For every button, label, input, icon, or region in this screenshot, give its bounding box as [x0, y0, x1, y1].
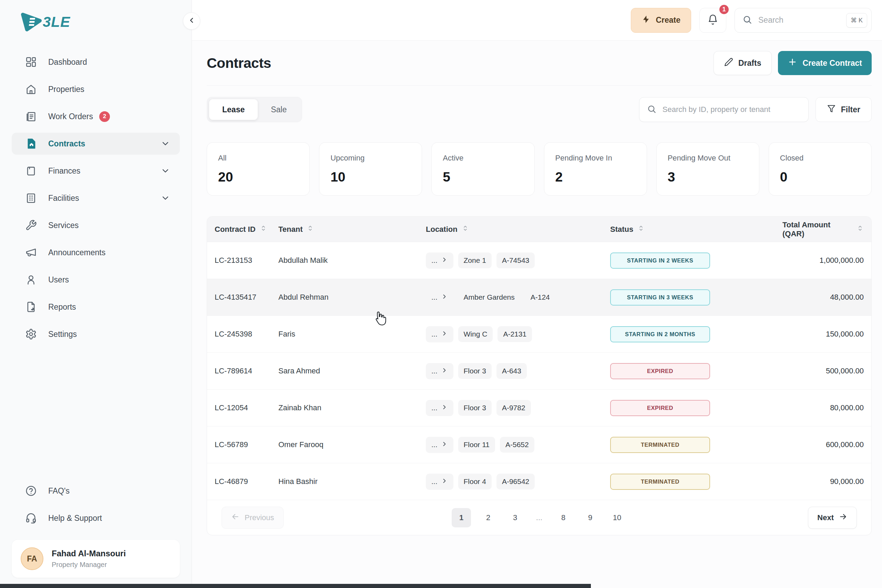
- stat-value: 2: [555, 170, 636, 184]
- create-button[interactable]: Create: [631, 8, 691, 33]
- stat-card-all[interactable]: All 20: [207, 142, 310, 196]
- column-header-total-amount-qar[interactable]: Total Amount (QAR): [782, 220, 864, 238]
- sidebar-item-contracts[interactable]: Contracts: [12, 133, 180, 154]
- sidebar-item-properties[interactable]: Properties: [12, 78, 180, 100]
- sidebar-item-label: Contracts: [48, 139, 85, 148]
- location-more-pill[interactable]: ...: [426, 437, 453, 453]
- location-name-pill[interactable]: Amber Gardens: [458, 290, 520, 305]
- location-unit-pill[interactable]: A-9782: [496, 400, 531, 416]
- page-button-9[interactable]: 9: [580, 508, 600, 527]
- sidebar-item-reports[interactable]: Reports: [12, 296, 180, 318]
- status-cell: STARTING IN 2 WEEKS: [610, 252, 782, 268]
- filter-button[interactable]: Filter: [816, 97, 872, 122]
- table-row[interactable]: LC-56789 Omer Farooq ... Floor 11 A-5652…: [207, 426, 872, 463]
- sidebar-item-label: Services: [48, 221, 78, 230]
- location-name-pill[interactable]: Floor 3: [458, 400, 492, 416]
- location-unit-pill[interactable]: A-74543: [496, 252, 535, 268]
- sidebar-item-help-support[interactable]: Help & Support: [12, 507, 180, 529]
- sidebar-item-users[interactable]: Users: [12, 268, 180, 291]
- table-row[interactable]: LC-12054 Zainab Khan ... Floor 3 A-9782 …: [207, 389, 872, 426]
- global-search-input[interactable]: [758, 15, 840, 25]
- location-name-pill[interactable]: Floor 11: [458, 437, 495, 453]
- sidebar: 3LE Dashboard Properties Work Orders 2 C…: [0, 0, 192, 588]
- location-name-pill[interactable]: Floor 4: [458, 474, 492, 489]
- location-unit-pill[interactable]: A-5652: [500, 437, 534, 453]
- ellipsis-label: ...: [431, 293, 438, 302]
- tab-sale[interactable]: Sale: [258, 99, 300, 120]
- column-header-tenant[interactable]: Tenant: [278, 225, 426, 234]
- table-row[interactable]: LC-245398 Faris ... Wing C A-2131 STARTI…: [207, 315, 872, 352]
- sidebar-item-services[interactable]: Services: [12, 214, 180, 236]
- page-button-2[interactable]: 2: [478, 508, 498, 527]
- user-info: Fahad Al-Mansouri Property Manager: [52, 549, 126, 569]
- location-cell: ... Floor 4 A-96542: [426, 474, 610, 490]
- stat-card-active[interactable]: Active 5: [431, 142, 534, 196]
- stat-card-pending-move-out[interactable]: Pending Move Out 3: [656, 142, 759, 196]
- chevron-right-icon: [441, 256, 448, 265]
- location-cell: ... Amber Gardens A-124: [426, 290, 610, 306]
- location-more-pill[interactable]: ...: [426, 326, 453, 342]
- location-more-pill[interactable]: ...: [426, 290, 453, 306]
- sidebar-item-label: FAQ's: [48, 486, 70, 496]
- table-row[interactable]: LC-789614 Sara Ahmed ... Floor 3 A-643 E…: [207, 352, 872, 389]
- location-name-pill[interactable]: Floor 3: [458, 363, 492, 379]
- user-profile-card[interactable]: FA Fahad Al-Mansouri Property Manager: [12, 540, 180, 578]
- column-label: Tenant: [278, 225, 303, 234]
- tab-lease[interactable]: Lease: [209, 99, 258, 120]
- sidebar-item-settings[interactable]: Settings: [12, 323, 180, 345]
- tenant-cell: Omer Farooq: [278, 440, 426, 449]
- next-label: Next: [817, 513, 834, 522]
- notifications-button[interactable]: 1: [699, 8, 726, 33]
- app-logo[interactable]: 3LE: [0, 0, 192, 42]
- location-more-pill[interactable]: ...: [426, 252, 453, 268]
- stat-card-upcoming[interactable]: Upcoming 10: [319, 142, 422, 196]
- column-label: Location: [426, 225, 458, 234]
- create-contract-button[interactable]: Create Contract: [778, 51, 872, 75]
- previous-page-button[interactable]: Previous: [222, 507, 284, 529]
- chevron-right-icon: [441, 441, 448, 449]
- sidebar-item-announcements[interactable]: Announcements: [12, 242, 180, 264]
- sidebar-item-dashboard[interactable]: Dashboard: [12, 51, 180, 73]
- page-button-3[interactable]: 3: [506, 508, 525, 527]
- facilities-icon: [25, 192, 37, 204]
- table-header: Contract ID Tenant Location Status Total…: [207, 217, 872, 242]
- location-more-pill[interactable]: ...: [426, 363, 453, 379]
- status-badge: EXPIRED: [610, 363, 710, 379]
- table-row[interactable]: LC-213153 Abdullah Malik ... Zone 1 A-74…: [207, 242, 872, 279]
- stat-card-pending-move-in[interactable]: Pending Move In 2: [544, 142, 647, 196]
- sidebar-collapse-button[interactable]: [183, 12, 200, 30]
- finances-icon: [25, 165, 37, 177]
- global-search: ⌘ K: [735, 8, 872, 33]
- toolbar: LeaseSale Filter: [207, 97, 872, 122]
- column-header-status[interactable]: Status: [610, 225, 782, 234]
- page-button-10[interactable]: 10: [608, 508, 627, 527]
- location-more-pill[interactable]: ...: [426, 474, 453, 490]
- sidebar-item-faq-s[interactable]: FAQ's: [12, 480, 180, 502]
- page-button-1[interactable]: 1: [452, 508, 471, 527]
- page-button-8[interactable]: 8: [554, 508, 573, 527]
- location-name-pill[interactable]: Wing C: [458, 326, 493, 342]
- sidebar-item-facilities[interactable]: Facilities: [12, 187, 180, 209]
- column-label: Status: [610, 225, 633, 234]
- drafts-button[interactable]: Drafts: [714, 51, 772, 75]
- table-search-input[interactable]: [663, 105, 801, 114]
- sidebar-item-finances[interactable]: Finances: [12, 160, 180, 182]
- location-more-pill[interactable]: ...: [426, 400, 453, 416]
- status-cell: STARTING IN 2 MONTHS: [610, 326, 782, 342]
- chevron-right-icon: [441, 330, 448, 339]
- column-header-location[interactable]: Location: [426, 225, 610, 234]
- sidebar-item-work-orders[interactable]: Work Orders 2: [12, 105, 180, 128]
- stat-card-closed[interactable]: Closed 0: [769, 142, 872, 196]
- location-name-pill[interactable]: Zone 1: [458, 252, 492, 268]
- sidebar-item-label: Users: [48, 275, 69, 285]
- location-unit-pill[interactable]: A-124: [525, 290, 555, 305]
- column-header-contract-id[interactable]: Contract ID: [214, 225, 278, 234]
- sidebar-item-label: Announcements: [48, 248, 105, 257]
- table-row[interactable]: LC-46879 Hina Bashir ... Floor 4 A-96542…: [207, 463, 872, 500]
- next-page-button[interactable]: Next: [808, 507, 857, 529]
- location-unit-pill[interactable]: A-96542: [496, 474, 535, 489]
- plus-icon: [788, 57, 797, 69]
- location-unit-pill[interactable]: A-643: [496, 363, 527, 379]
- location-unit-pill[interactable]: A-2131: [498, 326, 532, 342]
- table-row[interactable]: LC-4135417 Abdul Rehman ... Amber Garden…: [207, 279, 872, 315]
